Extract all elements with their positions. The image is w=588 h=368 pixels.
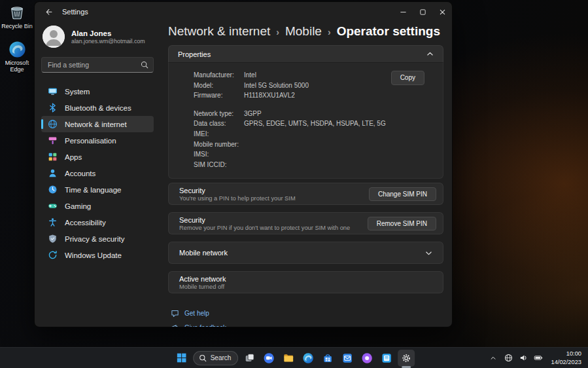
edge-button[interactable] <box>300 350 317 367</box>
avatar <box>43 26 65 48</box>
user-profile[interactable]: Alan Jones alan.jones.wm@hotmail.com <box>41 22 154 57</box>
desktop: Recycle Bin Microsoft Edge Se <box>0 0 588 368</box>
change-sim-pin-button[interactable]: Change SIM PIN <box>369 187 436 202</box>
task-view-icon <box>244 352 255 363</box>
close-icon <box>439 9 446 16</box>
sidebar-item-label: Personalisation <box>65 137 116 145</box>
sidebar-item-privacy-security[interactable]: Privacy & security <box>41 230 154 247</box>
properties-header[interactable]: Properties <box>168 45 443 63</box>
taskbar-app-purple-button[interactable] <box>358 350 375 367</box>
remove-sim-pin-button[interactable]: Remove SIM PIN <box>368 217 436 231</box>
property-row: Mobile number: <box>194 139 432 150</box>
file-explorer-button[interactable] <box>280 350 297 367</box>
selected-indicator <box>41 119 43 129</box>
sidebar-item-label: Bluetooth & devices <box>65 104 131 112</box>
folder-icon <box>283 352 294 364</box>
recycle-bin-icon <box>8 3 26 22</box>
settings-taskbar-button[interactable] <box>398 350 415 367</box>
sidebar-item-network-internet[interactable]: Network & internet <box>41 116 154 132</box>
maximize-icon <box>419 9 426 16</box>
breadcrumb-network-internet[interactable]: Network & internet <box>168 24 270 39</box>
maximize-button[interactable] <box>413 2 432 22</box>
update-icon <box>47 250 58 261</box>
accessibility-icon <box>47 217 58 228</box>
taskbar-clock[interactable]: 10:00 14/02/2023 <box>548 350 584 365</box>
settings-search-input[interactable] <box>42 58 153 72</box>
mail-icon <box>341 352 353 364</box>
desktop-icon-label: Recycle Bin <box>1 23 33 29</box>
store-button[interactable] <box>319 350 336 367</box>
sidebar-item-label: Gaming <box>65 202 91 210</box>
back-arrow-icon <box>44 8 53 16</box>
shield-icon <box>47 234 58 244</box>
breadcrumb-separator-icon: › <box>328 27 331 37</box>
start-button[interactable] <box>173 350 190 367</box>
active-network-card: Active network Mobile turned off <box>168 271 443 293</box>
sidebar-item-personalisation[interactable]: Personalisation <box>41 132 154 149</box>
get-help-link[interactable]: Get help <box>171 308 443 318</box>
network-button[interactable] <box>503 352 513 365</box>
close-button[interactable] <box>432 2 452 22</box>
gamepad-icon <box>47 201 58 212</box>
desktop-icon-recycle-bin[interactable]: Recycle Bin <box>0 3 34 29</box>
store-icon <box>322 352 334 364</box>
breadcrumb: Network & internet › Mobile › Operator s… <box>168 24 440 39</box>
properties-title: Properties <box>178 50 211 58</box>
minimize-button[interactable] <box>393 2 413 22</box>
breadcrumb-separator-icon: › <box>276 27 279 37</box>
sidebar-item-label: Network & internet <box>65 120 127 128</box>
sidebar-item-gaming[interactable]: Gaming <box>41 198 154 214</box>
chevron-up-icon <box>426 50 434 58</box>
chevron-up-icon <box>490 355 496 361</box>
sidebar-item-accounts[interactable]: Accounts <box>41 165 154 181</box>
sidebar-item-accessibility[interactable]: Accessibility <box>41 214 154 230</box>
sidebar-item-system[interactable]: System <box>41 83 154 100</box>
card-title: Security <box>179 187 296 194</box>
sidebar-item-windows-update[interactable]: Windows Update <box>41 247 154 263</box>
sidebar-item-bluetooth-devices[interactable]: Bluetooth & devices <box>41 100 154 116</box>
system-tray: 10:00 14/02/2023 <box>488 348 584 368</box>
battery-button[interactable] <box>533 352 544 365</box>
hidden-icons-button[interactable] <box>488 352 498 365</box>
mobile-network-expander[interactable]: Mobile network <box>168 242 443 264</box>
settings-search[interactable] <box>41 57 154 73</box>
edge-icon <box>9 41 26 58</box>
taskbar-search[interactable]: Search <box>193 351 239 365</box>
volume-button[interactable] <box>518 352 528 365</box>
sidebar-item-label: Time & language <box>65 186 122 194</box>
mail-button[interactable] <box>339 350 356 367</box>
sidebar-item-label: Accessibility <box>65 219 106 227</box>
open-app-indicator <box>402 366 411 368</box>
chevron-down-icon <box>425 249 436 257</box>
edge-icon <box>302 352 314 364</box>
give-feedback-link[interactable]: Give feedback <box>171 322 443 327</box>
card-title: Active network <box>179 275 226 283</box>
accounts-icon <box>47 168 58 179</box>
property-row: Network type: 3GPP <box>194 109 432 119</box>
task-view-button[interactable] <box>241 350 258 367</box>
sidebar-item-label: Privacy & security <box>65 235 124 243</box>
search-icon <box>199 354 207 362</box>
taskbar-app-blue-button[interactable] <box>378 350 395 367</box>
sidebar-nav: System Bluetooth & devices Network & int… <box>41 83 154 263</box>
security-change-pin-card: Security You're using a PIN to help prot… <box>168 183 443 205</box>
app-blue-icon <box>381 352 392 364</box>
help-chat-icon <box>171 309 179 318</box>
copy-button[interactable]: Copy <box>391 71 424 85</box>
sidebar-item-apps[interactable]: Apps <box>41 149 154 165</box>
desktop-icon-microsoft-edge[interactable]: Microsoft Edge <box>0 41 34 73</box>
card-subtitle: Mobile turned off <box>179 284 226 290</box>
breadcrumb-mobile[interactable]: Mobile <box>285 24 322 39</box>
help-links: Get help Give feedback <box>168 308 443 327</box>
settings-sidebar: Alan Jones alan.jones.wm@hotmail.com Sys… <box>35 22 160 327</box>
network-globe-icon <box>504 354 513 362</box>
chat-button[interactable] <box>260 350 277 367</box>
sidebar-item-time-language[interactable]: Time & language <box>41 181 154 198</box>
back-button[interactable] <box>40 5 57 19</box>
settings-window: Settings <box>34 1 453 327</box>
window-title: Settings <box>62 8 88 16</box>
property-row: Data class: GPRS, EDGE, UMTS, HSDPA, HSU… <box>194 119 432 129</box>
apps-icon <box>47 152 58 162</box>
property-row: IMEI: <box>194 129 432 139</box>
taskbar: Search <box>0 347 588 368</box>
